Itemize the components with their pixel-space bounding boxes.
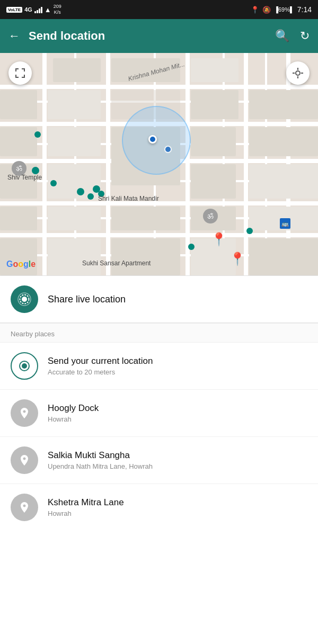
current-location-sub: Accurate to 20 meters: [48, 368, 153, 376]
speed-text: 209K/s: [54, 4, 61, 15]
search-button[interactable]: 🔍: [275, 29, 289, 43]
share-live-label: Share live location: [48, 294, 126, 305]
hoogly-sub: Howrah: [48, 415, 99, 423]
back-button[interactable]: ←: [8, 29, 20, 43]
battery-indicator: ▐69%▌: [274, 6, 294, 13]
kshetra-icon-wrap: [11, 494, 38, 521]
kshetra-info: Kshetra Mitra Lane Howrah: [48, 497, 124, 517]
salkia-name: Salkia Mukti Sangha: [48, 450, 153, 461]
kali-mata-label: Shri Kali Mata Mandir: [98, 195, 159, 202]
salkia-info: Salkia Mukti Sangha Upendra Nath Mitra L…: [48, 450, 153, 470]
refresh-button[interactable]: ↻: [300, 29, 310, 43]
place-dot-4: [77, 188, 84, 195]
pin-marker-1: 📍: [211, 232, 227, 247]
current-location-name: Send your current location: [48, 356, 153, 366]
signal-indicator: 4G: [24, 6, 32, 13]
place-row-kshetra[interactable]: Kshetra Mitra Lane Howrah: [0, 484, 318, 531]
kshetra-name: Kshetra Mitra Lane: [48, 497, 124, 508]
svg-point-0: [296, 71, 300, 75]
status-left: VoLTE 4G ▲ 209K/s: [6, 4, 61, 15]
shiv-temple-label: Shiv Temple: [7, 174, 42, 181]
salkia-icon-wrap: [11, 446, 38, 474]
place-dot-8: [188, 244, 195, 250]
place-dot-2: [32, 167, 39, 174]
page-title: Send location: [29, 29, 267, 43]
secondary-dot: [164, 146, 172, 153]
kshetra-sub: Howrah: [48, 509, 124, 517]
place-dot-3: [50, 180, 57, 186]
map-view[interactable]: Krishna Mohan Mit... ॐ ॐ 📍 📍 🚌 Shiv Temp…: [0, 53, 318, 275]
current-location-dot: [148, 135, 157, 144]
hoogly-info: Hoogly Dock Howrah: [48, 403, 99, 423]
place-row-salkia[interactable]: Salkia Mukti Sangha Upendra Nath Mitra L…: [0, 436, 318, 484]
place-dot-1: [34, 131, 41, 138]
temple-marker-2: ॐ: [203, 209, 218, 223]
app-bar-actions: 🔍 ↻: [275, 29, 310, 43]
current-location-icon-wrap: [11, 352, 38, 380]
place-dot-9: [246, 228, 253, 234]
place-dot-5: [87, 193, 94, 200]
status-right: 📍 🔕 ▐69%▌ 7:14: [251, 5, 312, 14]
pin-marker-2: 📍: [229, 252, 245, 266]
nearby-places-header: Nearby places: [0, 323, 318, 343]
share-live-icon-wrap: [11, 285, 38, 313]
svg-point-5: [22, 297, 27, 302]
expand-map-button[interactable]: [8, 61, 32, 85]
mute-icon: 🔕: [262, 6, 271, 14]
salkia-sub: Upendra Nath Mitra Lane, Howrah: [48, 462, 153, 470]
locate-button[interactable]: [286, 61, 310, 85]
svg-point-8: [22, 363, 27, 369]
signal-bars: [34, 6, 42, 13]
status-bar: VoLTE 4G ▲ 209K/s 📍 🔕 ▐69%▌ 7:14: [0, 0, 318, 19]
current-location-info: Send your current location Accurate to 2…: [48, 356, 153, 376]
volte-badge: VoLTE: [6, 7, 22, 13]
apartment-label: Sukhi Sansar Apartment: [82, 260, 151, 267]
place-row-current[interactable]: Send your current location Accurate to 2…: [0, 343, 318, 389]
hoogly-name: Hoogly Dock: [48, 403, 99, 414]
place-dot-7: [93, 185, 100, 193]
place-row-hoogly[interactable]: Hoogly Dock Howrah: [0, 389, 318, 436]
share-live-location-row[interactable]: Share live location: [0, 276, 318, 323]
time-display: 7:14: [297, 5, 312, 14]
hoogly-icon-wrap: [11, 399, 38, 427]
google-logo: Google: [6, 260, 36, 269]
transit-icon: 🚌: [280, 218, 290, 229]
app-bar: ← Send location 🔍 ↻: [0, 19, 318, 53]
wifi-icon: ▲: [45, 6, 51, 14]
location-status-icon: 📍: [251, 6, 259, 14]
